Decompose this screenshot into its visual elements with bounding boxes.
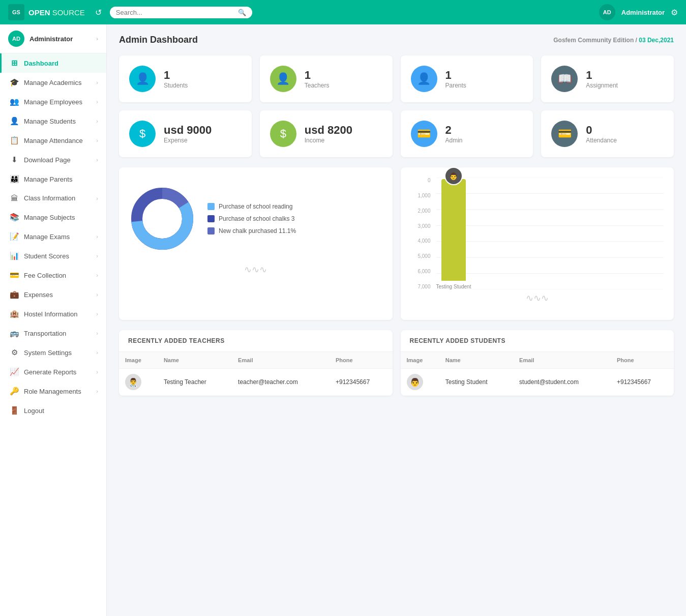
stat-icon-income: $ (270, 121, 296, 147)
stat-label-teachers: Teachers (305, 82, 330, 89)
role-managements-icon: 🔑 (10, 387, 19, 396)
stat-info-expense: usd 9000 Expense (164, 124, 212, 144)
manage-students-icon: 👤 (10, 116, 19, 126)
stat-info-teachers: 1 Teachers (305, 69, 330, 89)
teacher-avatar: 👨‍⚕️ (125, 374, 141, 390)
sidebar-label-transportation: Transportation (24, 330, 91, 337)
bar-y-labels: 7,0006,0005,0004,0003,0002,0001,0000 (411, 178, 434, 289)
stats-grid: 👤 1 Students 👤 1 Teachers 👤 1 Parents 📖 … (119, 55, 674, 157)
sidebar-item-manage-attendance[interactable]: 📋 Manage Attendance › (0, 131, 106, 150)
sidebar-item-expenses[interactable]: 💼 Expenses › (0, 285, 106, 304)
students-header-row: Image Name Email Phone (401, 352, 674, 369)
stat-icon-assignment: 📖 (551, 66, 578, 92)
chevron-icon-download-page: › (96, 157, 98, 163)
chevron-icon-manage-academics: › (96, 79, 98, 85)
stat-card-income: $ usd 8200 Income (260, 110, 393, 157)
y-label: 2,000 (411, 208, 431, 214)
stat-number-students: 1 (164, 69, 188, 82)
legend-item: New chalk purchased 11.1% (207, 227, 296, 234)
user-avatar-top: AD (599, 4, 615, 20)
stat-card-teachers: 👤 1 Teachers (260, 55, 393, 102)
sidebar-item-fee-collection[interactable]: 💳 Fee Collection › (0, 266, 106, 285)
teachers-header-row: Image Name Email Phone (119, 352, 393, 369)
y-label: 0 (411, 178, 431, 183)
manage-parents-icon: 👨‍👩‍👦 (10, 174, 19, 184)
student-avatar: 👨 (407, 374, 423, 390)
sidebar-item-download-page[interactable]: ⬇ Download Page › (0, 150, 106, 169)
stat-label-admin: Admin (445, 137, 463, 144)
top-navbar: GS OPEN SOURCE ↺ 🔍 AD Administrator ⚙ (0, 0, 686, 24)
gear-icon[interactable]: ⚙ (671, 8, 678, 17)
bar-chart-footer: ∿∿∿ (411, 289, 664, 304)
download-page-icon: ⬇ (10, 155, 19, 164)
stat-card-admin: 💳 2 Admin (401, 110, 533, 157)
sidebar-label-manage-employees: Manage Employees (24, 98, 91, 106)
chevron-icon-system-settings: › (96, 349, 98, 356)
stat-info-attendance: 0 Attendance (586, 124, 617, 144)
hostel-information-icon: 🏨 (10, 309, 19, 318)
y-label: 4,000 (411, 238, 431, 244)
sidebar-item-hostel-information[interactable]: 🏨 Hostel Information › (0, 304, 106, 324)
sidebar-label-download-page: Download Page (24, 156, 91, 164)
sidebar-username: Administrator (29, 35, 91, 43)
sidebar-label-manage-exams: Manage Exams (24, 233, 91, 241)
search-icon: 🔍 (238, 9, 246, 16)
fee-collection-icon: 💳 (10, 271, 19, 280)
sidebar-item-manage-students[interactable]: 👤 Manage Students › (0, 111, 106, 131)
y-label: 3,000 (411, 223, 431, 229)
sidebar-item-manage-exams[interactable]: 📝 Manage Exams › (0, 227, 106, 246)
sidebar-item-manage-employees[interactable]: 👥 Manage Employees › (0, 92, 106, 111)
chevron-icon-transportation: › (96, 330, 98, 336)
sidebar-user[interactable]: AD Administrator › (0, 24, 106, 53)
sidebar-item-system-settings[interactable]: ⚙ System Settings › (0, 343, 106, 362)
students-table: Image Name Email Phone 👨 Testing Student… (401, 352, 674, 396)
sidebar-item-manage-academics[interactable]: 🎓 Manage Academics › (0, 73, 106, 92)
sidebar-item-class-information[interactable]: 🏛 Class Information › (0, 189, 106, 208)
teacher-phone-cell: +912345667 (330, 369, 392, 396)
y-label: 1,000 (411, 193, 431, 198)
sidebar-item-generate-reports[interactable]: 📈 Generate Reports › (0, 362, 106, 382)
stat-number-teachers: 1 (305, 69, 330, 82)
sidebar-label-expenses: Expenses (24, 291, 91, 299)
stat-icon-students: 👤 (129, 66, 156, 92)
sidebar-label-dashboard: Dashboard (24, 60, 98, 67)
refresh-icon[interactable]: ↺ (95, 8, 102, 17)
search-input[interactable] (116, 9, 235, 16)
sidebar-item-transportation[interactable]: 🚌 Transportation › (0, 324, 106, 343)
legend-item: Purchase of school chalks 3 (207, 215, 296, 222)
chevron-icon-role-managements: › (96, 388, 98, 394)
sidebar-nav: ⊞ Dashboard 🎓 Manage Academics › 👥 Manag… (0, 53, 106, 420)
stat-number-assignment: 1 (586, 69, 618, 82)
chevron-icon-fee-collection: › (96, 272, 98, 278)
teacher-email-cell: teacher@teacher.com (232, 369, 330, 396)
chevron-icon-generate-reports: › (96, 369, 98, 375)
sidebar-item-student-scores[interactable]: 📊 Student Scores › (0, 246, 106, 266)
logo-icon: GS (8, 4, 24, 20)
sidebar-item-role-managements[interactable]: 🔑 Role Managements › (0, 382, 106, 401)
stat-number-expense: usd 9000 (164, 124, 212, 137)
main-content: Admin Dashboard Gosfem Community Edition… (107, 24, 686, 616)
sidebar-label-class-information: Class Information (24, 194, 91, 202)
sidebar-item-logout[interactable]: 🚪 Logout (0, 401, 106, 420)
logout-icon: 🚪 (10, 406, 19, 415)
donut-container: Purchase of school reading Purchase of s… (129, 178, 382, 260)
generate-reports-icon: 📈 (10, 367, 19, 376)
y-label: 5,000 (411, 253, 431, 259)
recent-students-title: RECENTLY ADDED STUDENTS (401, 330, 674, 352)
logo-text: OPEN SOURCE (28, 8, 85, 17)
chevron-icon-manage-exams: › (96, 233, 98, 240)
stat-label-expense: Expense (164, 137, 212, 144)
sidebar-item-manage-parents[interactable]: 👨‍👩‍👦 Manage Parents (0, 169, 106, 189)
student-avatar-cell: 👨 (401, 369, 439, 396)
charts-row: Purchase of school reading Purchase of s… (119, 167, 674, 320)
topnav-right: AD Administrator ⚙ (599, 4, 678, 20)
stat-card-assignment: 📖 1 Assignment (541, 55, 674, 102)
legend-label: Purchase of school chalks 3 (219, 215, 294, 222)
sidebar-label-logout: Logout (24, 407, 98, 415)
stat-info-admin: 2 Admin (445, 124, 463, 144)
col-name-s: Name (439, 352, 513, 369)
stat-number-attendance: 0 (586, 124, 617, 137)
teacher-name-cell: Testing Teacher (158, 369, 232, 396)
sidebar-item-manage-subjects[interactable]: 📚 Manage Subjects (0, 208, 106, 227)
sidebar-item-dashboard[interactable]: ⊞ Dashboard (0, 53, 106, 73)
